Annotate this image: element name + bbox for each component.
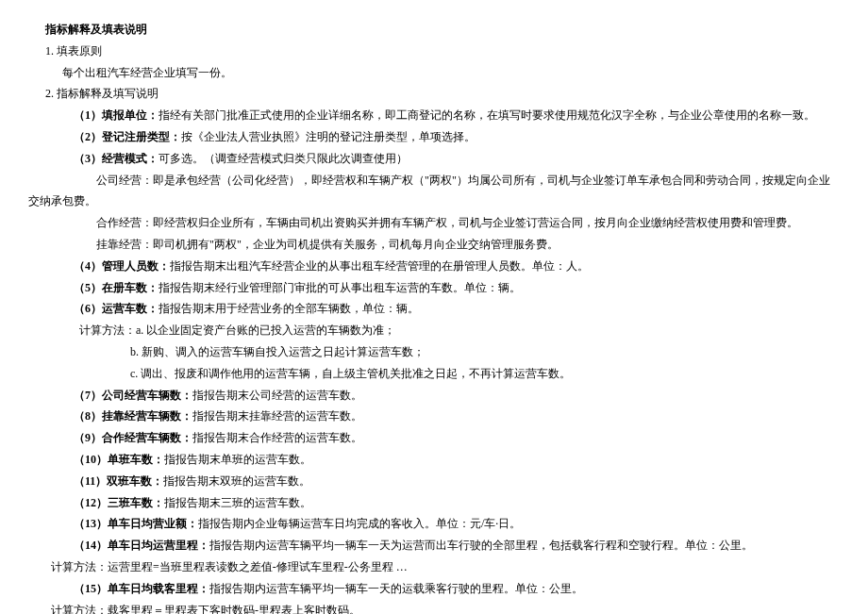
item-14-label: （14）单车日均运营里程： bbox=[74, 539, 209, 552]
item-9-label: （9）合作经营车辆数： bbox=[74, 431, 192, 444]
item-3c: 挂靠经营：即司机拥有"两权"，企业为司机提供有关服务，司机每月向企业交纳管理服务… bbox=[28, 234, 840, 256]
item-8-label: （8）挂靠经营车辆数： bbox=[74, 409, 192, 423]
section2-heading: 2. 指标解释及填写说明 bbox=[28, 83, 840, 105]
item-2-label: （2）登记注册类型： bbox=[74, 130, 181, 143]
item-15-calc: 计算方法：载客里程＝里程表下客时数码-里程表上客时数码。 bbox=[28, 600, 840, 614]
item-15: （15）单车日均载客里程：指报告期内运营车辆平均一辆车一天的运载乘客行驶的里程。… bbox=[28, 578, 840, 600]
item-6-calcc: c. 调出、报废和调作他用的运营车辆，自上级主管机关批准之日起，不再计算运营车数… bbox=[28, 363, 840, 385]
item-13-label: （13）单车日均营业额： bbox=[74, 517, 198, 530]
item-7-label: （7）公司经营车辆数： bbox=[74, 389, 192, 402]
item-4: （4）管理人员数：指报告期末出租汽车经营企业的从事出租车经营管理的在册管理人员数… bbox=[28, 256, 840, 277]
item-12: （12）三班车数：指报告期末三班的运营车数。 bbox=[28, 492, 840, 514]
item-2-text: 按《企业法人营业执照》注明的登记注册类型，单项选择。 bbox=[181, 130, 476, 143]
item-1-text: 指经有关部门批准正式使用的企业详细名称，即工商登记的名称，在填写时要求使用规范化… bbox=[159, 108, 815, 122]
item-14-text: 指报告期内运营车辆平均一辆车一天为运营而出车行驶的全部里程，包括载客行程和空驶行… bbox=[209, 539, 753, 552]
item-15-text: 指报告期内运营车辆平均一辆车一天的运载乘客行驶的里程。单位：公里。 bbox=[209, 582, 583, 595]
item-8: （8）挂靠经营车辆数：指报告期末挂靠经营的运营车数。 bbox=[28, 406, 840, 427]
item-1-label: （1）填报单位： bbox=[74, 108, 159, 122]
item-11: （11）双班车数：指报告期末双班的运营车数。 bbox=[28, 471, 840, 492]
item-3b: 合作经营：即经营权归企业所有，车辆由司机出资购买并拥有车辆产权，司机与企业签订营… bbox=[28, 212, 840, 234]
item-6-calc: 计算方法：a. 以企业固定资产台账的已投入运营的车辆数为准； bbox=[28, 320, 840, 341]
item-14: （14）单车日均运营里程：指报告期内运营车辆平均一辆车一天为运营而出车行驶的全部… bbox=[28, 535, 840, 556]
item-11-text: 指报告期末双班的运营车数。 bbox=[163, 474, 310, 488]
item-9: （9）合作经营车辆数：指报告期末合作经营的运营车数。 bbox=[28, 427, 840, 449]
item-10: （10）单班车数：指报告期末单班的运营车数。 bbox=[28, 449, 840, 471]
item-4-label: （4）管理人员数： bbox=[74, 259, 170, 273]
item-6: （6）运营车数：指报告期末用于经营业务的全部车辆数，单位：辆。 bbox=[28, 298, 840, 320]
section1-heading: 1. 填表原则 bbox=[28, 41, 840, 62]
item-7-text: 指报告期末公司经营的运营车数。 bbox=[192, 389, 362, 402]
item-13-text: 指报告期内企业每辆运营车日均完成的客收入。单位：元/车·日。 bbox=[198, 517, 521, 530]
item-8-text: 指报告期末挂靠经营的运营车数。 bbox=[192, 409, 362, 423]
item-4-text: 指报告期末出租汽车经营企业的从事出租车经营管理的在册管理人员数。单位：人。 bbox=[170, 259, 589, 273]
document-title: 指标解释及填表说明 bbox=[28, 19, 840, 41]
item-9-text: 指报告期末合作经营的运营车数。 bbox=[192, 431, 362, 444]
item-6-label: （6）运营车数： bbox=[74, 302, 159, 315]
item-5-label: （5）在册车数： bbox=[74, 281, 159, 294]
item-3: （3）经营模式：可多选。（调查经营模式归类只限此次调查使用） bbox=[28, 148, 840, 170]
item-2: （2）登记注册类型：按《企业法人营业执照》注明的登记注册类型，单项选择。 bbox=[28, 126, 840, 148]
item-5-text: 指报告期末经行业管理部门审批的可从事出租车运营的车数。单位：辆。 bbox=[159, 281, 521, 294]
item-3a: 公司经营：即是承包经营（公司化经营），即经营权和车辆产权（"两权"）均属公司所有… bbox=[28, 170, 840, 213]
item-12-label: （12）三班车数： bbox=[74, 496, 164, 509]
item-10-text: 指报告期末单班的运营车数。 bbox=[164, 453, 311, 466]
section1-content: 每个出租汽车经营企业填写一份。 bbox=[28, 62, 840, 84]
item-6-text: 指报告期末用于经营业务的全部车辆数，单位：辆。 bbox=[159, 302, 419, 315]
item-6-calcb: b. 新购、调入的运营车辆自投入运营之日起计算运营车数； bbox=[28, 341, 840, 363]
item-12-text: 指报告期末三班的运营车数。 bbox=[164, 496, 311, 509]
item-15-label: （15）单车日均载客里程： bbox=[74, 582, 209, 595]
item-10-label: （10）单班车数： bbox=[74, 453, 164, 466]
item-3-text: 可多选。（调查经营模式归类只限此次调查使用） bbox=[159, 152, 408, 165]
item-13: （13）单车日均营业额：指报告期内企业每辆运营车日均完成的客收入。单位：元/车·… bbox=[28, 513, 840, 535]
item-14-calc: 计算方法：运营里程=当班里程表读数之差值-修理试车里程-公务里程 … bbox=[28, 556, 840, 578]
item-3-label: （3）经营模式： bbox=[74, 152, 159, 165]
item-1: （1）填报单位：指经有关部门批准正式使用的企业详细名称，即工商登记的名称，在填写… bbox=[28, 105, 840, 126]
item-11-label: （11）双班车数： bbox=[74, 474, 163, 488]
item-7: （7）公司经营车辆数：指报告期末公司经营的运营车数。 bbox=[28, 385, 840, 407]
item-5: （5）在册车数：指报告期末经行业管理部门审批的可从事出租车运营的车数。单位：辆。 bbox=[28, 277, 840, 299]
